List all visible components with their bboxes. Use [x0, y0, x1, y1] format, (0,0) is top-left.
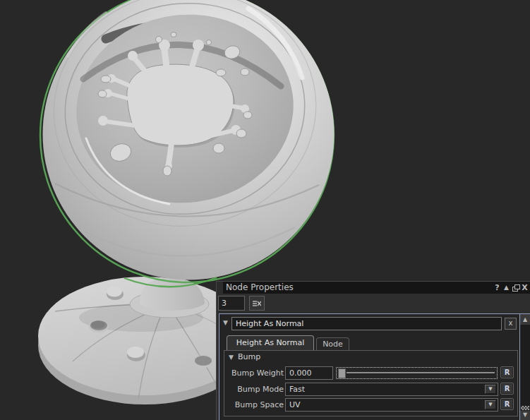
bump-mode-label: Bump Mode: [224, 383, 284, 396]
bump-weight-input[interactable]: [285, 366, 333, 380]
titlebar-grip[interactable]: [217, 282, 223, 294]
bump-space-label: Bump Space: [224, 398, 284, 412]
bump-space-reset-button[interactable]: R: [500, 398, 514, 410]
bump-space-value: UV: [289, 400, 301, 409]
chevron-down-icon[interactable]: ▼: [485, 400, 496, 409]
clear-list-button[interactable]: [249, 296, 265, 311]
chevron-down-icon[interactable]: ▼: [485, 385, 496, 394]
bump-weight-label: Bump Weight: [224, 366, 284, 380]
node-collapse-icon[interactable]: ▼: [223, 319, 228, 326]
node-properties-panel: Node Properties ? ▲ X ▼ Height As Normal…: [216, 281, 530, 420]
bump-collapse-icon[interactable]: ▼: [229, 354, 234, 361]
scrollbar-track[interactable]: [520, 325, 530, 411]
vertical-scrollbar[interactable]: ▲ ▼: [519, 314, 530, 420]
titlebar-icons: ? ▲ X: [493, 282, 529, 293]
scroll-down-icon[interactable]: ▼: [520, 410, 530, 420]
bump-mode-reset-button[interactable]: R: [500, 383, 514, 395]
bump-weight-reset-button[interactable]: R: [500, 366, 514, 378]
help-icon[interactable]: ?: [493, 282, 502, 293]
bump-section-title: Bump: [238, 352, 260, 361]
application-window: Node Properties ? ▲ X ▼ Height As Normal…: [0, 0, 530, 420]
node-close-button[interactable]: x: [505, 318, 517, 330]
properties-scrollarea: ▼ Height As Normal x Height As Normal No…: [219, 313, 530, 420]
node-count-input[interactable]: [218, 296, 245, 311]
close-panel-icon[interactable]: X: [520, 282, 529, 293]
slider-handle[interactable]: [338, 368, 346, 378]
node-name-field[interactable]: Height As Normal: [231, 317, 502, 330]
scroll-up-icon[interactable]: ▲: [520, 314, 530, 325]
bump-weight-slider[interactable]: [336, 367, 498, 379]
bump-groupbox: ▼ Bump Bump Weight R Bump Mode Fast ▼ R …: [224, 350, 518, 416]
collapse-panel-icon[interactable]: ▲: [502, 282, 511, 293]
tab-node[interactable]: Node: [316, 337, 349, 351]
panel-title: Node Properties: [226, 282, 294, 294]
tab-height-as-normal[interactable]: Height As Normal: [227, 335, 314, 351]
bump-mode-value: Fast: [289, 385, 305, 394]
float-window-icon[interactable]: [511, 282, 520, 293]
list-clear-icon: [253, 300, 261, 307]
panel-titlebar[interactable]: Node Properties ? ▲ X: [217, 282, 530, 294]
bump-space-dropdown[interactable]: UV ▼: [285, 398, 498, 412]
bump-mode-dropdown[interactable]: Fast ▼: [285, 383, 498, 396]
slider-groove: [347, 372, 495, 374]
